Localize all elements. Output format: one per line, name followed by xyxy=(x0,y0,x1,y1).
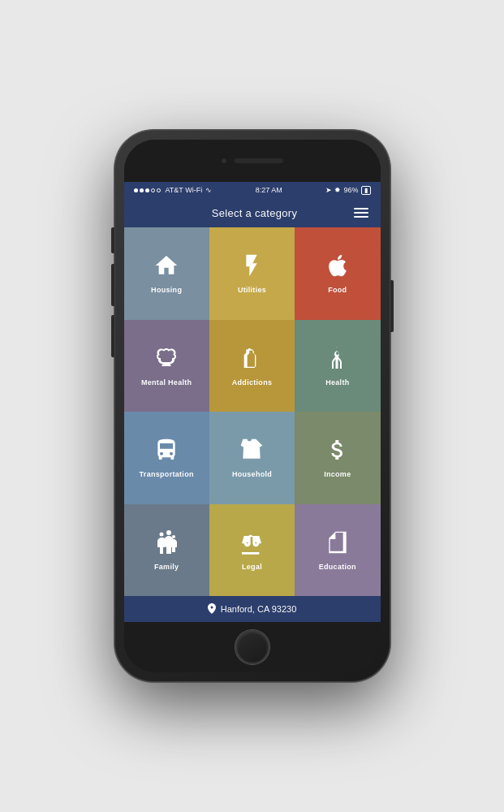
category-food[interactable]: Food xyxy=(295,227,380,320)
addictions-label: Addictions xyxy=(232,378,273,387)
svg-point-2 xyxy=(172,535,175,538)
power-button xyxy=(390,280,394,332)
mental-health-label: Mental Health xyxy=(141,378,192,387)
camera xyxy=(222,158,226,163)
income-icon xyxy=(325,437,351,467)
education-label: Education xyxy=(319,563,356,571)
category-health[interactable]: Health xyxy=(295,320,380,412)
utilities-icon xyxy=(239,253,265,283)
education-icon xyxy=(325,529,351,559)
housing-label: Housing xyxy=(151,286,182,294)
nav-bar: Select a category xyxy=(124,198,381,227)
category-housing[interactable]: Housing xyxy=(124,227,209,320)
addictions-icon xyxy=(239,345,265,375)
category-income[interactable]: Income xyxy=(295,412,380,504)
nav-title: Select a category xyxy=(212,207,298,219)
transport-label: Transportation xyxy=(140,470,194,478)
transport-icon xyxy=(153,437,179,467)
time-display: 8:27 AM xyxy=(256,186,282,194)
household-icon xyxy=(239,437,265,467)
battery-icon: ▮ xyxy=(361,186,371,195)
volume-up-button xyxy=(111,264,114,306)
mental-health-icon xyxy=(153,345,179,375)
footer-bar: Hanford, CA 93230 xyxy=(124,596,381,622)
screen: AT&T Wi-Fi ∿ 8:27 AM ➤ ✸ 96% ▮ Select a … xyxy=(124,182,381,622)
utilities-label: Utilities xyxy=(238,286,266,294)
location-text: Hanford, CA 93230 xyxy=(221,604,297,614)
category-grid: HousingUtilitiesFoodMental HealthAddicti… xyxy=(124,227,381,596)
status-left: AT&T Wi-Fi ∿ xyxy=(134,186,213,194)
phone-bottom xyxy=(124,622,381,672)
location-arrow-icon: ➤ xyxy=(325,186,332,194)
income-label: Income xyxy=(324,470,351,478)
food-label: Food xyxy=(328,286,347,294)
category-addictions[interactable]: Addictions xyxy=(209,320,295,412)
category-education[interactable]: Education xyxy=(295,504,380,597)
health-label: Health xyxy=(325,378,349,387)
battery-label: 96% xyxy=(343,186,358,194)
category-household[interactable]: Household xyxy=(209,412,295,504)
food-icon xyxy=(325,253,351,283)
wifi-icon: ∿ xyxy=(205,186,212,194)
home-button[interactable] xyxy=(235,630,269,664)
bluetooth-icon: ✸ xyxy=(334,186,341,194)
speaker xyxy=(235,158,283,163)
category-family[interactable]: Family xyxy=(124,504,209,597)
legal-label: Legal xyxy=(242,563,262,571)
status-bar: AT&T Wi-Fi ∿ 8:27 AM ➤ ✸ 96% ▮ xyxy=(124,182,381,198)
category-legal[interactable]: Legal xyxy=(209,504,295,597)
legal-icon xyxy=(239,529,265,559)
carrier-label: AT&T Wi-Fi xyxy=(166,186,203,194)
location-pin-icon xyxy=(208,603,216,615)
health-icon xyxy=(325,345,351,375)
phone-inner: AT&T Wi-Fi ∿ 8:27 AM ➤ ✸ 96% ▮ Select a … xyxy=(124,140,381,672)
household-label: Household xyxy=(232,470,272,478)
family-label: Family xyxy=(154,563,179,571)
category-mental-health[interactable]: Mental Health xyxy=(124,320,209,412)
status-right: ➤ ✸ 96% ▮ xyxy=(325,186,370,195)
category-transport[interactable]: Transportation xyxy=(124,412,209,504)
category-utilities[interactable]: Utilities xyxy=(209,227,295,320)
phone-frame: AT&T Wi-Fi ∿ 8:27 AM ➤ ✸ 96% ▮ Select a … xyxy=(114,130,390,682)
svg-point-0 xyxy=(160,532,164,536)
housing-icon xyxy=(153,253,179,283)
family-icon xyxy=(153,529,179,559)
phone-top xyxy=(124,140,381,182)
volume-down-button xyxy=(111,315,114,357)
svg-point-1 xyxy=(166,530,171,535)
hamburger-menu-button[interactable] xyxy=(354,208,368,218)
